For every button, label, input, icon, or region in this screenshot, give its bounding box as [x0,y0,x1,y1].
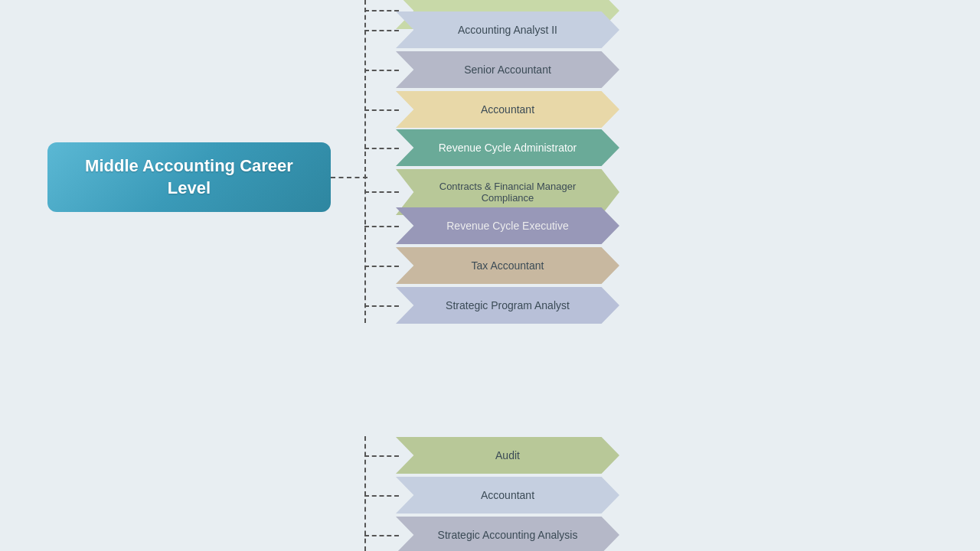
node-revenue-cycle-admin-label: Revenue Cycle Administrator [416,142,600,154]
connector-bottom-1 [364,455,399,457]
connector-8 [364,305,399,307]
node-shape-accountant-2: Accountant [396,477,619,514]
node-shape-6: Revenue Cycle Executive [396,207,619,244]
node-strategic-program-label: Strategic Program Analyst [423,299,593,311]
node-audit[interactable]: Audit [396,437,664,475]
connector-line-horizontal-main [331,177,368,178]
connector-2 [364,70,399,71]
node-shape-2: Senior Accountant [396,51,619,88]
node-shape-3: Accountant [396,91,619,128]
node-accounting-analyst[interactable]: Accounting Analyst II [396,11,664,50]
node-audit-label: Audit [472,449,543,461]
connector-5 [364,191,399,193]
node-revenue-cycle-exec-label: Revenue Cycle Executive [423,220,592,232]
node-accountant-label: Accountant [458,103,557,116]
node-shape-strategic-accounting: Strategic Accounting Analysis [396,517,619,551]
node-accountant-2[interactable]: Accountant [396,477,664,515]
connector-line-vertical-bottom [364,436,366,551]
node-shape-4: Revenue Cycle Administrator [396,129,619,166]
node-shape-8: Strategic Program Analyst [396,287,619,324]
node-contracts-financial-label: Contracts & Financial Manager Compliance [396,181,619,204]
node-revenue-cycle-exec[interactable]: Revenue Cycle Executive [396,207,664,246]
node-tax-accountant[interactable]: Tax Accountant [396,247,664,285]
connector-1 [364,30,399,31]
node-senior-accountant-label: Senior Accountant [441,64,574,76]
connector-bottom-2 [364,495,399,497]
node-accountant[interactable]: Accountant [396,91,664,129]
central-node[interactable]: Middle Accounting Career Level [47,142,331,212]
node-tax-accountant-label: Tax Accountant [449,259,567,272]
node-shape-audit: Audit [396,437,619,474]
connector-line-vertical-top [364,0,366,323]
node-strategic-accounting-label: Strategic Accounting Analysis [415,529,601,541]
node-strategic-program[interactable]: Strategic Program Analyst [396,287,664,325]
node-shape-1: Accounting Analyst II [396,11,619,48]
node-strategic-accounting[interactable]: Strategic Accounting Analysis [396,517,664,551]
connector-7 [364,266,399,267]
connector-6 [364,226,399,227]
node-accountant-2-label: Accountant [458,489,557,501]
diagram-container: Middle Accounting Career Level Accountin… [0,0,980,551]
connector-bottom-3 [364,535,399,536]
node-shape-7: Tax Accountant [396,247,619,284]
node-revenue-cycle-admin[interactable]: Revenue Cycle Administrator [396,129,664,168]
node-accounting-analyst-label: Accounting Analyst II [435,24,580,36]
connector-3 [364,109,399,111]
node-senior-accountant[interactable]: Senior Accountant [396,51,664,90]
central-node-label: Middle Accounting Career Level [61,155,317,199]
connector-4 [364,148,399,149]
connector-0 [364,10,399,11]
